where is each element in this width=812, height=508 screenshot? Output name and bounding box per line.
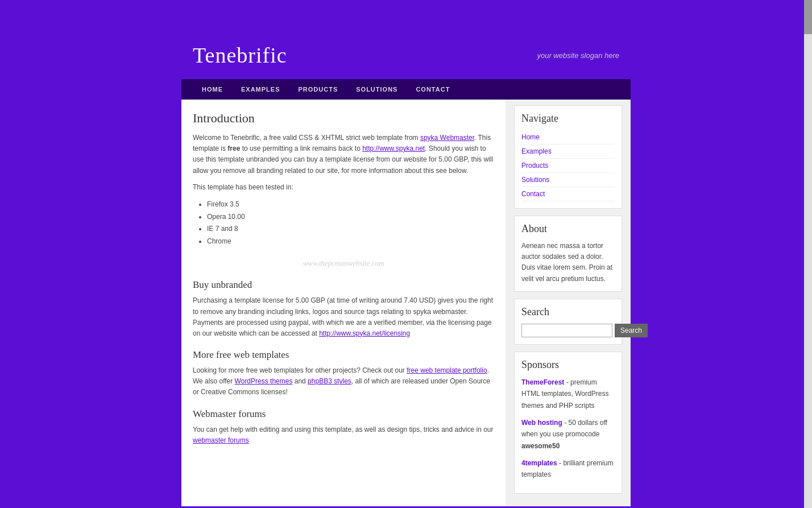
tested-list: Firefox 3.5 Opera 10.00 IE 7 and 8 Chrom… [207, 199, 494, 247]
intro-text-mid: to use permitting a link remains back to [240, 144, 362, 152]
intro-free-bold: free [227, 144, 240, 152]
free-paragraph: Looking for more free web templates for … [193, 365, 494, 398]
about-text: Aenean nec massa a tortor auctor sodales… [521, 241, 615, 284]
webmaster-forums-link[interactable]: webmaster forums [193, 436, 249, 444]
sponsor-entry-4templates: 4templates - brilliant premium templates [521, 457, 615, 481]
webmaster-paragraph: You can get help with editing and using … [193, 424, 494, 446]
sidebar-link-examples[interactable]: Examples [521, 147, 552, 155]
list-item: Examples [521, 144, 615, 159]
list-item: Firefox 3.5 [207, 199, 494, 211]
webmaster-title: Webmaster forums [193, 408, 494, 420]
sponsor-entry-themeforest: ThemeForest - premium HTML templates, Wo… [521, 377, 615, 411]
list-item: Solutions [521, 173, 615, 187]
webmaster-text-prefix: You can get help with editing and using … [193, 426, 494, 433]
4templates-link[interactable]: 4templates [521, 459, 557, 467]
promo-code: awesome50 [521, 442, 560, 450]
list-item: Contact [521, 187, 615, 201]
site-header: Tenebrific your website slogan here [181, 31, 631, 79]
search-input[interactable] [521, 324, 612, 337]
spyka-url-link[interactable]: http://www.spyka.net [362, 144, 425, 152]
sponsors-list: ThemeForest - premium HTML templates, Wo… [521, 377, 615, 481]
navigate-widget-title: Navigate [521, 113, 615, 125]
list-item: Products [521, 159, 615, 173]
nav-item-contact[interactable]: CONTACT [407, 79, 459, 100]
tested-intro: This template has been tested in: [193, 182, 494, 193]
intro-paragraph-1: Welcome to Tenebrific, a free valid CSS … [193, 133, 494, 176]
content-wrapper: Introduction Welcome to Tenebrific, a fr… [181, 100, 631, 506]
search-button[interactable]: Search [615, 324, 648, 337]
nav-item-examples[interactable]: EXAMPLES [232, 79, 289, 100]
phpbb3-styles-link[interactable]: phpBB3 styles [308, 377, 351, 385]
list-item: Opera 10.00 [207, 211, 494, 224]
navigation-bar: HOME EXAMPLES PRODUCTS SOLUTIONS CONTACT [181, 79, 631, 100]
spyka-link[interactable]: spyka Webmaster [420, 134, 474, 142]
list-item: Chrome [207, 236, 494, 248]
nav-item-solutions[interactable]: SOLUTIONS [347, 79, 407, 100]
search-box: Search [521, 324, 615, 337]
themeforest-link[interactable]: ThemeForest [521, 378, 564, 386]
site-title: Tenebrific [193, 43, 287, 68]
sidebar-link-products[interactable]: Products [521, 162, 548, 170]
sponsors-widget: Sponsors ThemeForest - premium HTML temp… [514, 352, 622, 494]
scrollbar-thumb[interactable] [804, 0, 812, 34]
sidebar-link-solutions[interactable]: Solutions [521, 176, 549, 184]
free-text-prefix: Looking for more free web templates for … [193, 366, 407, 374]
free-text-and: and [292, 377, 308, 385]
buy-title: Buy unbranded [193, 279, 494, 291]
search-widget-title: Search [521, 306, 615, 318]
watermark: www.thepcmanwebsite.com [193, 259, 494, 268]
sponsor-entry-webhosting: Web hosting - 50 dollars off when you us… [521, 417, 615, 452]
free-templates-title: More free web templates [193, 349, 494, 361]
sidebar-link-contact[interactable]: Contact [521, 190, 545, 198]
sidebar-nav-links: Home Examples Products Solutions Contact [521, 130, 615, 201]
portfolio-link[interactable]: free web template portfolio [407, 366, 487, 374]
licensing-link[interactable]: http://www.spyka.net/licensing [319, 329, 410, 337]
search-widget: Search Search [514, 299, 622, 345]
page-wrapper: Tenebrific your website slogan here HOME… [181, 0, 631, 508]
sponsors-widget-title: Sponsors [521, 359, 615, 371]
about-widget: About Aenean nec massa a tortor auctor s… [514, 216, 622, 292]
sidebar: Navigate Home Examples Products Solution… [506, 100, 631, 506]
buy-paragraph: Purchasing a template license for 5.00 G… [193, 295, 494, 339]
scrollbar-track[interactable] [804, 0, 812, 508]
main-content: Introduction Welcome to Tenebrific, a fr… [181, 100, 506, 506]
list-item: IE 7 and 8 [207, 223, 494, 236]
wordpress-themes-link[interactable]: WordPress themes [235, 377, 293, 385]
intro-text-prefix: Welcome to Tenebrific, a free valid CSS … [193, 134, 420, 142]
sidebar-link-home[interactable]: Home [521, 133, 540, 141]
navigate-widget: Navigate Home Examples Products Solution… [514, 105, 622, 209]
about-widget-title: About [521, 223, 615, 235]
site-slogan: your website slogan here [537, 51, 619, 60]
webhosting-link[interactable]: Web hosting [521, 419, 562, 427]
intro-title: Introduction [193, 111, 494, 126]
nav-item-home[interactable]: HOME [193, 79, 232, 100]
nav-item-products[interactable]: PRODUCTS [289, 79, 347, 100]
list-item: Home [521, 130, 615, 144]
